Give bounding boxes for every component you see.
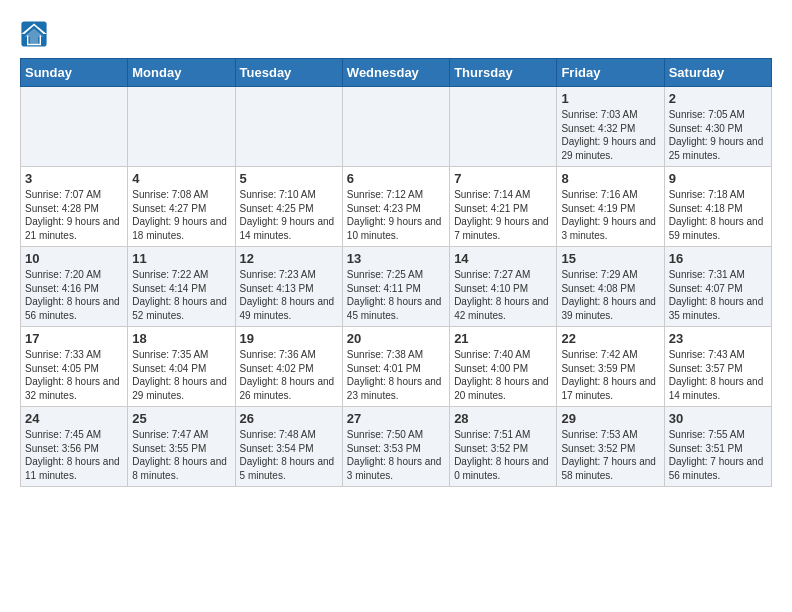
day-info: Sunrise: 7:35 AM Sunset: 4:04 PM Dayligh… xyxy=(132,348,230,402)
calendar-week-row: 24Sunrise: 7:45 AM Sunset: 3:56 PM Dayli… xyxy=(21,407,772,487)
day-number: 1 xyxy=(561,91,659,106)
day-number: 5 xyxy=(240,171,338,186)
day-number: 12 xyxy=(240,251,338,266)
calendar-cell: 18Sunrise: 7:35 AM Sunset: 4:04 PM Dayli… xyxy=(128,327,235,407)
day-number: 4 xyxy=(132,171,230,186)
day-number: 2 xyxy=(669,91,767,106)
day-info: Sunrise: 7:42 AM Sunset: 3:59 PM Dayligh… xyxy=(561,348,659,402)
day-number: 27 xyxy=(347,411,445,426)
calendar-cell: 2Sunrise: 7:05 AM Sunset: 4:30 PM Daylig… xyxy=(664,87,771,167)
calendar-cell: 7Sunrise: 7:14 AM Sunset: 4:21 PM Daylig… xyxy=(450,167,557,247)
day-info: Sunrise: 7:25 AM Sunset: 4:11 PM Dayligh… xyxy=(347,268,445,322)
column-header-wednesday: Wednesday xyxy=(342,59,449,87)
day-number: 8 xyxy=(561,171,659,186)
day-info: Sunrise: 7:27 AM Sunset: 4:10 PM Dayligh… xyxy=(454,268,552,322)
day-info: Sunrise: 7:36 AM Sunset: 4:02 PM Dayligh… xyxy=(240,348,338,402)
column-header-tuesday: Tuesday xyxy=(235,59,342,87)
day-info: Sunrise: 7:22 AM Sunset: 4:14 PM Dayligh… xyxy=(132,268,230,322)
logo-icon xyxy=(20,20,48,48)
calendar-cell xyxy=(128,87,235,167)
column-header-friday: Friday xyxy=(557,59,664,87)
day-info: Sunrise: 7:23 AM Sunset: 4:13 PM Dayligh… xyxy=(240,268,338,322)
calendar-cell: 17Sunrise: 7:33 AM Sunset: 4:05 PM Dayli… xyxy=(21,327,128,407)
calendar-table: SundayMondayTuesdayWednesdayThursdayFrid… xyxy=(20,58,772,487)
day-number: 24 xyxy=(25,411,123,426)
calendar-cell: 20Sunrise: 7:38 AM Sunset: 4:01 PM Dayli… xyxy=(342,327,449,407)
calendar-cell: 28Sunrise: 7:51 AM Sunset: 3:52 PM Dayli… xyxy=(450,407,557,487)
calendar-cell: 1Sunrise: 7:03 AM Sunset: 4:32 PM Daylig… xyxy=(557,87,664,167)
day-number: 26 xyxy=(240,411,338,426)
calendar-cell: 6Sunrise: 7:12 AM Sunset: 4:23 PM Daylig… xyxy=(342,167,449,247)
day-number: 10 xyxy=(25,251,123,266)
calendar-week-row: 10Sunrise: 7:20 AM Sunset: 4:16 PM Dayli… xyxy=(21,247,772,327)
day-info: Sunrise: 7:53 AM Sunset: 3:52 PM Dayligh… xyxy=(561,428,659,482)
day-info: Sunrise: 7:47 AM Sunset: 3:55 PM Dayligh… xyxy=(132,428,230,482)
calendar-cell xyxy=(342,87,449,167)
day-number: 20 xyxy=(347,331,445,346)
calendar-cell: 12Sunrise: 7:23 AM Sunset: 4:13 PM Dayli… xyxy=(235,247,342,327)
calendar-cell: 24Sunrise: 7:45 AM Sunset: 3:56 PM Dayli… xyxy=(21,407,128,487)
calendar-cell: 25Sunrise: 7:47 AM Sunset: 3:55 PM Dayli… xyxy=(128,407,235,487)
calendar-header-row: SundayMondayTuesdayWednesdayThursdayFrid… xyxy=(21,59,772,87)
calendar-cell: 14Sunrise: 7:27 AM Sunset: 4:10 PM Dayli… xyxy=(450,247,557,327)
calendar-cell: 29Sunrise: 7:53 AM Sunset: 3:52 PM Dayli… xyxy=(557,407,664,487)
day-info: Sunrise: 7:29 AM Sunset: 4:08 PM Dayligh… xyxy=(561,268,659,322)
column-header-thursday: Thursday xyxy=(450,59,557,87)
page-header xyxy=(20,20,772,48)
day-number: 6 xyxy=(347,171,445,186)
day-info: Sunrise: 7:18 AM Sunset: 4:18 PM Dayligh… xyxy=(669,188,767,242)
column-header-monday: Monday xyxy=(128,59,235,87)
day-info: Sunrise: 7:51 AM Sunset: 3:52 PM Dayligh… xyxy=(454,428,552,482)
calendar-cell: 5Sunrise: 7:10 AM Sunset: 4:25 PM Daylig… xyxy=(235,167,342,247)
day-info: Sunrise: 7:50 AM Sunset: 3:53 PM Dayligh… xyxy=(347,428,445,482)
logo xyxy=(20,20,52,48)
calendar-cell: 9Sunrise: 7:18 AM Sunset: 4:18 PM Daylig… xyxy=(664,167,771,247)
day-info: Sunrise: 7:07 AM Sunset: 4:28 PM Dayligh… xyxy=(25,188,123,242)
calendar-cell: 16Sunrise: 7:31 AM Sunset: 4:07 PM Dayli… xyxy=(664,247,771,327)
day-number: 7 xyxy=(454,171,552,186)
day-info: Sunrise: 7:38 AM Sunset: 4:01 PM Dayligh… xyxy=(347,348,445,402)
day-number: 17 xyxy=(25,331,123,346)
calendar-cell: 10Sunrise: 7:20 AM Sunset: 4:16 PM Dayli… xyxy=(21,247,128,327)
day-number: 29 xyxy=(561,411,659,426)
calendar-cell: 26Sunrise: 7:48 AM Sunset: 3:54 PM Dayli… xyxy=(235,407,342,487)
calendar-cell: 30Sunrise: 7:55 AM Sunset: 3:51 PM Dayli… xyxy=(664,407,771,487)
calendar-cell: 13Sunrise: 7:25 AM Sunset: 4:11 PM Dayli… xyxy=(342,247,449,327)
day-info: Sunrise: 7:08 AM Sunset: 4:27 PM Dayligh… xyxy=(132,188,230,242)
day-info: Sunrise: 7:48 AM Sunset: 3:54 PM Dayligh… xyxy=(240,428,338,482)
day-number: 14 xyxy=(454,251,552,266)
day-number: 11 xyxy=(132,251,230,266)
day-info: Sunrise: 7:43 AM Sunset: 3:57 PM Dayligh… xyxy=(669,348,767,402)
day-number: 3 xyxy=(25,171,123,186)
calendar-cell xyxy=(450,87,557,167)
calendar-week-row: 1Sunrise: 7:03 AM Sunset: 4:32 PM Daylig… xyxy=(21,87,772,167)
calendar-cell: 23Sunrise: 7:43 AM Sunset: 3:57 PM Dayli… xyxy=(664,327,771,407)
calendar-cell: 8Sunrise: 7:16 AM Sunset: 4:19 PM Daylig… xyxy=(557,167,664,247)
day-info: Sunrise: 7:16 AM Sunset: 4:19 PM Dayligh… xyxy=(561,188,659,242)
day-number: 16 xyxy=(669,251,767,266)
calendar-cell: 3Sunrise: 7:07 AM Sunset: 4:28 PM Daylig… xyxy=(21,167,128,247)
day-info: Sunrise: 7:33 AM Sunset: 4:05 PM Dayligh… xyxy=(25,348,123,402)
calendar-cell: 21Sunrise: 7:40 AM Sunset: 4:00 PM Dayli… xyxy=(450,327,557,407)
day-info: Sunrise: 7:05 AM Sunset: 4:30 PM Dayligh… xyxy=(669,108,767,162)
day-info: Sunrise: 7:14 AM Sunset: 4:21 PM Dayligh… xyxy=(454,188,552,242)
day-number: 18 xyxy=(132,331,230,346)
calendar-cell: 4Sunrise: 7:08 AM Sunset: 4:27 PM Daylig… xyxy=(128,167,235,247)
day-number: 28 xyxy=(454,411,552,426)
calendar-cell: 19Sunrise: 7:36 AM Sunset: 4:02 PM Dayli… xyxy=(235,327,342,407)
day-info: Sunrise: 7:40 AM Sunset: 4:00 PM Dayligh… xyxy=(454,348,552,402)
day-info: Sunrise: 7:31 AM Sunset: 4:07 PM Dayligh… xyxy=(669,268,767,322)
calendar-cell: 27Sunrise: 7:50 AM Sunset: 3:53 PM Dayli… xyxy=(342,407,449,487)
calendar-week-row: 17Sunrise: 7:33 AM Sunset: 4:05 PM Dayli… xyxy=(21,327,772,407)
day-number: 15 xyxy=(561,251,659,266)
calendar-cell xyxy=(21,87,128,167)
day-number: 22 xyxy=(561,331,659,346)
column-header-sunday: Sunday xyxy=(21,59,128,87)
day-number: 30 xyxy=(669,411,767,426)
calendar-week-row: 3Sunrise: 7:07 AM Sunset: 4:28 PM Daylig… xyxy=(21,167,772,247)
day-info: Sunrise: 7:10 AM Sunset: 4:25 PM Dayligh… xyxy=(240,188,338,242)
calendar-cell xyxy=(235,87,342,167)
calendar-cell: 15Sunrise: 7:29 AM Sunset: 4:08 PM Dayli… xyxy=(557,247,664,327)
day-number: 21 xyxy=(454,331,552,346)
column-header-saturday: Saturday xyxy=(664,59,771,87)
